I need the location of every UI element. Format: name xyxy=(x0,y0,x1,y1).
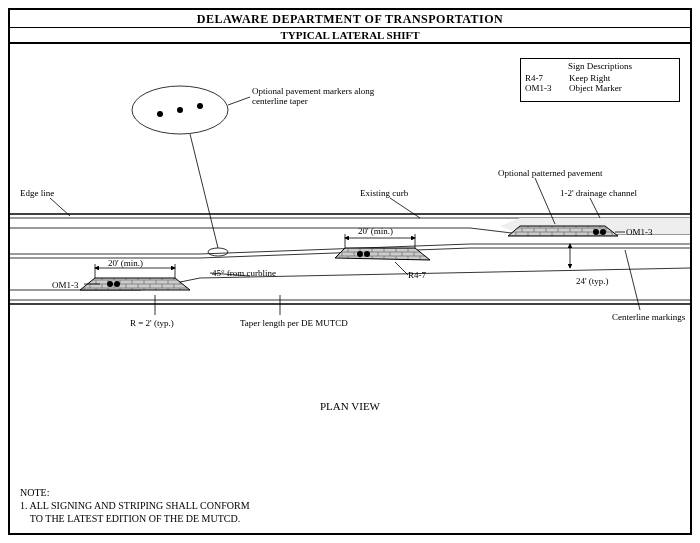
label-edge-line: Edge line xyxy=(20,188,54,198)
label-r47: R4-7 xyxy=(408,270,426,280)
svg-line-1 xyxy=(228,97,250,105)
note-item: 1. ALL SIGNING AND STRIPING SHALL CONFOR… xyxy=(20,499,250,512)
marker-dot-icon xyxy=(177,107,183,113)
label-dim20-mid: 20' (min.) xyxy=(358,226,393,236)
label-om-right: OM1-3 xyxy=(626,227,653,237)
label-drainage: 1-2' drainage channel xyxy=(560,188,637,198)
r47-marker-icon xyxy=(364,251,370,257)
leader-line-icon xyxy=(190,134,218,248)
marker-dot-icon xyxy=(197,103,203,109)
label-dim20-left: 20' (min.) xyxy=(108,258,143,268)
label-taper: Taper length per DE MUTCD xyxy=(240,318,348,328)
label-r2: R = 2' (typ.) xyxy=(130,318,174,328)
leader-line-icon xyxy=(535,178,555,224)
om-marker-icon xyxy=(107,281,113,287)
note-item-cont: TO THE LATEST EDITION OF THE DE MUTCD. xyxy=(20,512,250,525)
label-opt-markers: Optional pavement markers along centerli… xyxy=(252,86,392,106)
plan-view-label: PLAN VIEW xyxy=(0,400,700,412)
r47-marker-icon xyxy=(357,251,363,257)
label-existing-curb: Existing curb xyxy=(360,188,408,198)
leader-line-icon xyxy=(625,250,640,310)
leader-line-icon xyxy=(390,198,420,218)
patterned-island-icon xyxy=(335,248,430,260)
label-om-left: OM1-3 xyxy=(52,280,79,290)
om-marker-icon xyxy=(600,229,606,235)
om-marker-icon xyxy=(114,281,120,287)
leader-line-icon xyxy=(590,198,600,218)
label-angle45: 45° from curbline xyxy=(212,268,276,278)
leader-line-icon xyxy=(395,262,408,275)
note-heading: NOTE: xyxy=(20,486,250,499)
plan-ellipse-icon xyxy=(208,248,228,256)
diagram-svg xyxy=(0,0,700,543)
marker-dot-icon xyxy=(157,111,163,117)
notes-block: NOTE: 1. ALL SIGNING AND STRIPING SHALL … xyxy=(20,486,250,525)
label-opt-pavement: Optional patterned pavement xyxy=(498,168,602,178)
om-marker-icon xyxy=(593,229,599,235)
label-width24: 24' (typ.) xyxy=(576,276,609,286)
label-centerline: Centerline markings xyxy=(612,312,685,322)
